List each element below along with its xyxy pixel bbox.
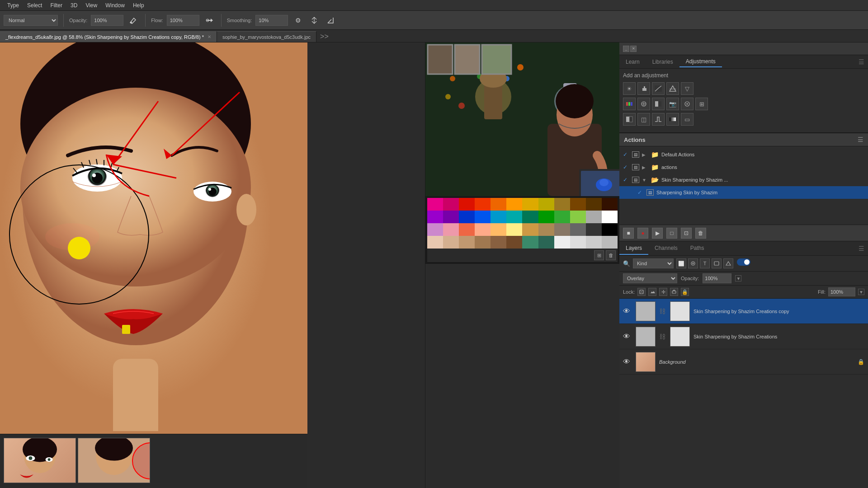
adj-levels-icon[interactable] [637, 82, 650, 95]
action-expand-3[interactable]: ▼ [642, 178, 648, 183]
swatch-white-1[interactable] [602, 211, 618, 223]
action-row-actions[interactable]: ✓ ▤ ▶ 📁 actions [619, 161, 868, 174]
menu-help[interactable]: Help [129, 1, 148, 9]
swatch-orange-2[interactable] [506, 198, 522, 211]
swatch-lt-green[interactable] [570, 211, 586, 223]
layer-visibility-2[interactable]: 👁 [623, 333, 632, 341]
swatch-magenta-2[interactable] [443, 198, 459, 211]
menu-window[interactable]: Window [102, 1, 128, 9]
swatch-tan[interactable] [538, 223, 554, 236]
swatch-yellow-2[interactable] [538, 198, 554, 211]
layers-panel-menu[interactable]: ☰ [855, 245, 868, 252]
swatch-lt-orange[interactable] [491, 223, 506, 236]
inactive-doc-tab[interactable]: sophie_by_maryvostokova_d5c3udk.jpc [217, 31, 316, 42]
brush-icon[interactable] [127, 14, 140, 27]
adj-channel-mixer-icon[interactable] [681, 98, 693, 110]
swatch-lt-yellow[interactable] [506, 223, 522, 236]
swatch-green-1[interactable] [538, 211, 554, 223]
tab-learn[interactable]: Learn [619, 57, 646, 67]
airbrush-icon[interactable] [203, 14, 216, 27]
adj-exposure-icon[interactable] [666, 82, 679, 95]
filter-adjust-icon[interactable] [688, 258, 698, 268]
swatch-brown-3[interactable] [586, 198, 602, 211]
lock-image-icon[interactable] [648, 288, 656, 296]
swatch-brown-1[interactable] [554, 198, 570, 211]
swatch-sk2[interactable] [443, 236, 459, 249]
adj-panel-menu[interactable]: ☰ [855, 58, 868, 66]
thumb-2[interactable] [78, 438, 150, 483]
angle-icon[interactable] [324, 14, 337, 27]
swatch-brown-2[interactable] [570, 198, 586, 211]
adj-invert-icon[interactable] [623, 113, 636, 126]
fill-input[interactable] [828, 287, 855, 296]
photo-canvas[interactable] [0, 42, 307, 488]
adj-selective-color-icon[interactable]: ▭ [681, 113, 693, 126]
action-row-skin-sharp-item[interactable]: ✓ ▤ Sharpening Skin by Shazim [619, 186, 868, 199]
layers-filter-toggle[interactable] [737, 258, 750, 266]
adj-close-btn[interactable]: ✕ [630, 46, 637, 52]
layers-filter-select[interactable]: Kind [633, 258, 674, 268]
action-row-default[interactable]: ✓ ▤ ▶ 📁 Default Actions [619, 148, 868, 161]
palette-trash-icon[interactable]: 🗑 [606, 250, 616, 260]
layers-blend-mode-select[interactable]: Overlay [623, 273, 677, 283]
filter-shape-icon[interactable] [712, 258, 722, 268]
adj-collapse-btn[interactable]: _ [623, 46, 629, 52]
swatch-green-2[interactable] [554, 211, 570, 223]
swatch-cyan-1[interactable] [491, 211, 506, 223]
flow-input[interactable] [167, 15, 199, 26]
swatch-sk11[interactable] [586, 236, 602, 249]
tab-overflow-btn[interactable]: >> [316, 31, 332, 42]
opacity-input[interactable] [91, 15, 123, 26]
actions-new-set-btn[interactable]: □ [666, 228, 677, 239]
menu-view[interactable]: View [82, 1, 101, 9]
swatch-red-1[interactable] [459, 198, 475, 211]
swatch-blue-1[interactable] [459, 211, 475, 223]
thumb-1[interactable] [4, 438, 76, 483]
layer-visibility-1[interactable]: 👁 [623, 307, 632, 315]
adj-colorbal-icon[interactable] [637, 98, 650, 110]
layer-row-background[interactable]: 👁 Background 🔒 [619, 349, 868, 375]
swatch-yellow-1[interactable] [522, 198, 538, 211]
action-row-skin-sharp-folder[interactable]: ✓ ▤ ▼ 📂 Skin Sharpening by Shazim ... [619, 174, 868, 186]
layer-visibility-3[interactable]: 👁 [623, 358, 632, 366]
blend-mode-select[interactable]: Normal [4, 15, 58, 26]
layer-row-skin-copy[interactable]: 👁 ⛓ Skin Sharpening by Shazim Creations … [619, 299, 868, 324]
filter-smart-icon[interactable] [723, 258, 733, 268]
swatch-magenta-1[interactable] [427, 198, 443, 211]
adj-vibrance-icon[interactable]: ▽ [681, 82, 693, 95]
swatch-peach[interactable] [475, 223, 491, 236]
swatch-medium-gray[interactable] [570, 223, 586, 236]
tab-paths[interactable]: Paths [684, 242, 711, 255]
swatch-sk6[interactable] [506, 236, 522, 249]
actions-panel-menu-btn[interactable]: ☰ [858, 136, 863, 143]
adj-brightness-icon[interactable]: ☀ [623, 82, 636, 95]
symmetry-icon[interactable] [308, 14, 321, 27]
adj-gradient-map-icon[interactable] [666, 113, 679, 126]
menu-select[interactable]: Select [24, 1, 46, 9]
swatch-teal-1[interactable] [522, 211, 538, 223]
swatch-sk7[interactable] [522, 236, 538, 249]
swatch-sk3[interactable] [459, 236, 475, 249]
swatch-sk12[interactable] [602, 236, 618, 249]
swatch-gray-1[interactable] [586, 211, 602, 223]
actions-stop-btn[interactable]: ■ [623, 228, 634, 239]
adj-posterize-icon[interactable]: ◫ [637, 113, 650, 126]
swatch-red-2[interactable] [475, 198, 491, 211]
swatch-lt-pink[interactable] [443, 223, 459, 236]
adj-curves-icon[interactable] [652, 82, 665, 95]
swatch-sk10[interactable] [570, 236, 586, 249]
swatch-cyan-2[interactable] [506, 211, 522, 223]
layer-row-skin-orig[interactable]: 👁 ⛓ Skin Sharpening by Shazim Creations [619, 324, 868, 349]
actions-play-btn[interactable]: ▶ [652, 228, 663, 239]
filter-type-icon[interactable]: T [700, 258, 710, 268]
tab-adjustments[interactable]: Adjustments [679, 56, 722, 67]
swatch-lt-brown[interactable] [522, 223, 538, 236]
swatch-dark-gray[interactable] [586, 223, 602, 236]
swatch-lt-purple[interactable] [427, 223, 443, 236]
swatch-sk5[interactable] [491, 236, 506, 249]
actions-new-action-btn[interactable]: ⊡ [681, 228, 692, 239]
swatch-lt-red[interactable] [459, 223, 475, 236]
active-tab-close[interactable]: ✕ [208, 34, 211, 39]
adj-hsl-icon[interactable] [623, 98, 636, 110]
swatch-sk8[interactable] [538, 236, 554, 249]
